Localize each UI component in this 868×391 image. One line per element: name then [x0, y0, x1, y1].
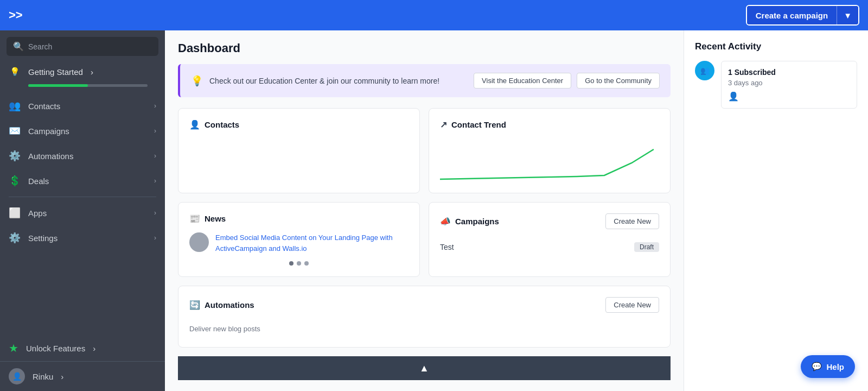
visit-education-center-button[interactable]: Visit the Education Center — [474, 73, 571, 89]
help-button[interactable]: 💬 Help — [801, 355, 855, 378]
chevron-right-icon: › — [154, 209, 156, 217]
bottom-bar[interactable]: ▲ — [178, 356, 671, 380]
news-icon: 📰 — [189, 213, 200, 224]
contact-trend-chart — [440, 138, 659, 182]
contact-trend-card: ↗ Contact Trend — [429, 108, 671, 193]
chevron-right-icon: › — [91, 67, 93, 77]
deals-icon: 💲 — [9, 175, 21, 187]
contacts-card: 👤 Contacts — [178, 108, 420, 193]
automations-create-new-button[interactable]: Create New — [605, 297, 659, 313]
getting-started-label: Getting Started — [28, 67, 83, 77]
star-icon: ★ — [9, 342, 18, 355]
automations-card-title-text: Automations — [205, 300, 254, 310]
campaigns-create-new-button[interactable]: Create New — [605, 213, 659, 229]
person-icon: 👤 — [189, 119, 200, 130]
news-card-title-text: News — [205, 214, 226, 223]
campaign-row: Test Draft — [440, 238, 659, 256]
banner-actions: Visit the Education Center Go to the Com… — [474, 73, 660, 89]
dashboard-bottom-row: 📰 News Embed Social Media Content on You… — [178, 202, 671, 277]
automations-icon: ⚙️ — [9, 150, 21, 162]
sidebar-item-settings[interactable]: ⚙️ Settings › — [0, 225, 165, 250]
create-campaign-label[interactable]: Create a campaign — [747, 6, 837, 24]
automation-row: Deliver new blog posts — [189, 321, 659, 336]
news-dot-3[interactable] — [304, 261, 309, 266]
sidebar-item-automations-label: Automations — [28, 152, 146, 161]
apps-icon: ⬜ — [9, 207, 21, 219]
automations-card-title: 🔄 Automations — [189, 300, 254, 310]
sidebar-item-unlock-features[interactable]: ★ Unlock Features › — [0, 335, 165, 361]
avatar: 👤 — [9, 368, 25, 384]
sidebar-item-contacts-label: Contacts — [28, 102, 146, 111]
sidebar-item-campaigns-label: Campaigns — [28, 127, 146, 136]
sidebar-item-getting-started[interactable]: 💡 Getting Started › — [9, 62, 156, 81]
contacts-card-title: 👤 Contacts — [189, 119, 409, 130]
logo[interactable]: >> — [9, 8, 23, 22]
create-campaign-dropdown-arrow[interactable]: ▼ — [837, 6, 858, 24]
bottom-bar-icon: ▲ — [419, 363, 429, 374]
chevron-right-icon: › — [61, 372, 63, 381]
lightbulb-icon: 💡 — [191, 75, 203, 87]
news-content: Embed Social Media Content on Your Landi… — [189, 232, 409, 254]
activity-avatar: 👥 — [695, 61, 714, 80]
sidebar-nav: 👥 Contacts › ✉️ Campaigns › ⚙️ Automatio… — [0, 93, 165, 335]
refresh-icon: 🔄 — [189, 300, 200, 310]
contacts-icon: 👥 — [9, 100, 21, 112]
campaign-name: Test — [440, 243, 454, 251]
sidebar-item-apps-label: Apps — [28, 209, 146, 218]
sidebar-divider — [9, 197, 156, 197]
sidebar-item-contacts[interactable]: 👥 Contacts › — [0, 93, 165, 118]
activity-person-icon: 👤 — [728, 91, 850, 102]
dashboard-top-row: 👤 Contacts ↗ Contact Trend — [178, 108, 671, 193]
chevron-right-icon: › — [154, 127, 156, 135]
campaign-status-badge: Draft — [634, 242, 659, 252]
news-article-link[interactable]: Embed Social Media Content on Your Landi… — [215, 232, 409, 254]
help-chat-icon: 💬 — [812, 362, 822, 371]
sidebar-item-deals[interactable]: 💲 Deals › — [0, 168, 165, 193]
sidebar-item-automations[interactable]: ⚙️ Automations › — [0, 143, 165, 168]
news-dot-2[interactable] — [297, 261, 301, 266]
getting-started-progress-bar — [28, 84, 148, 87]
help-label: Help — [826, 362, 844, 371]
recent-activity-title: Recent Activity — [695, 41, 857, 52]
activity-card: 1 Subscribed 3 days ago 👤 — [721, 61, 857, 109]
right-panel: Recent Activity 👥 1 Subscribed 3 days ag… — [684, 30, 868, 391]
topbar: >> Create a campaign ▼ — [0, 0, 868, 30]
chevron-right-icon: › — [93, 344, 95, 353]
campaigns-icon: ✉️ — [9, 125, 21, 137]
go-to-community-button[interactable]: Go to the Community — [577, 73, 660, 89]
trend-icon: ↗ — [440, 119, 447, 130]
search-box[interactable]: 🔍 Search — [7, 37, 158, 56]
campaigns-card: 📣 Campaigns Create New Test Draft — [429, 202, 671, 277]
banner-text: Check out our Education Center & join ou… — [209, 77, 467, 85]
user-name-label: Rinku — [33, 372, 53, 381]
campaigns-card-header: 📣 Campaigns Create New — [440, 213, 659, 229]
chevron-right-icon: › — [154, 234, 156, 242]
news-dot-1[interactable] — [289, 261, 293, 266]
sidebar: 🔍 Search 💡 Getting Started › 👥 Contacts … — [0, 30, 165, 391]
settings-icon: ⚙️ — [9, 232, 21, 244]
automations-card-header: 🔄 Automations Create New — [189, 297, 659, 313]
content-area: Dashboard 💡 Check out our Education Cent… — [165, 30, 684, 391]
search-icon: 🔍 — [13, 41, 24, 52]
chevron-right-icon: › — [154, 152, 156, 160]
news-card-title: 📰 News — [189, 213, 409, 224]
sidebar-item-apps[interactable]: ⬜ Apps › — [0, 200, 165, 225]
campaigns-card-title-text: Campaigns — [455, 217, 499, 226]
contacts-card-title-text: Contacts — [205, 120, 239, 129]
trend-chart-svg — [440, 138, 659, 182]
search-input[interactable]: Search — [28, 42, 52, 51]
bulb-icon: 💡 — [9, 67, 21, 77]
campaigns-card-title: 📣 Campaigns — [440, 216, 499, 226]
chevron-right-icon: › — [154, 177, 156, 185]
sidebar-item-campaigns[interactable]: ✉️ Campaigns › — [0, 118, 165, 143]
getting-started-section: 💡 Getting Started › — [0, 60, 165, 93]
chevron-right-icon: › — [154, 102, 156, 110]
news-author-avatar — [189, 232, 209, 252]
activity-item: 👥 1 Subscribed 3 days ago 👤 — [695, 61, 857, 109]
news-card: 📰 News Embed Social Media Content on You… — [178, 202, 420, 277]
activity-time: 3 days ago — [728, 79, 850, 87]
megaphone-icon: 📣 — [440, 216, 451, 226]
unlock-features-label: Unlock Features — [26, 344, 85, 353]
create-campaign-button[interactable]: Create a campaign ▼ — [746, 5, 859, 26]
user-section[interactable]: 👤 Rinku › — [0, 361, 165, 391]
